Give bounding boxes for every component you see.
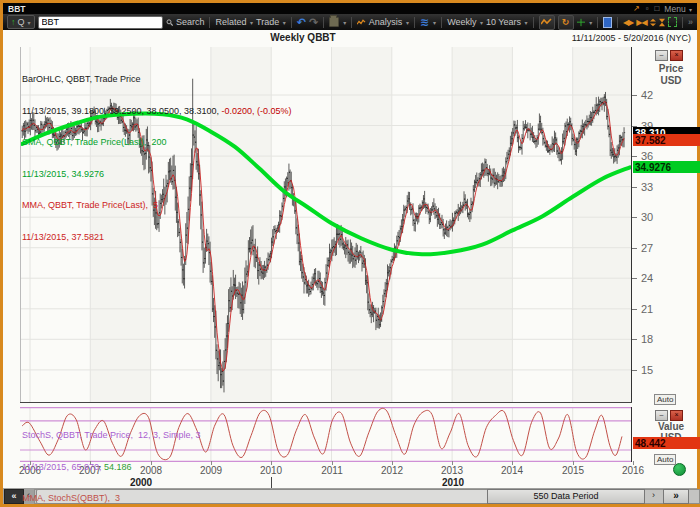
scroll-right-button[interactable]: › [649, 489, 658, 502]
toolbar-separator [351, 17, 352, 28]
annotations-waves-icon[interactable]: ≋ [420, 16, 429, 29]
toolbar-separator [682, 17, 683, 28]
related-dropdown[interactable]: Related ▾ [215, 17, 253, 27]
price-tick-mark [632, 370, 637, 371]
undo-icon[interactable]: ↶ [297, 16, 306, 29]
search-icon [166, 17, 173, 28]
legend-stoch-mma-series: MMA, StochS(QBBT), 3 [22, 493, 201, 504]
caret-down-icon: ▾ [480, 20, 483, 26]
x-axis-year-label: 2016 [613, 465, 653, 476]
minimize-panel-icon[interactable]: – [655, 50, 668, 61]
title-bar: BBT ↗ ▫ □ Menu ▾ [3, 3, 697, 14]
minimize-window-icon[interactable]: ▫ [646, 4, 649, 13]
caret-down-icon: ▾ [525, 20, 528, 26]
decade-divider-tick [271, 477, 272, 488]
price-tick-mark [632, 248, 637, 249]
restore-window-icon[interactable]: □ [655, 4, 660, 13]
analysis-zigzag-icon [357, 18, 366, 27]
x-axis-year-label: 2011 [312, 465, 352, 476]
price-tick-label: 42 [641, 89, 653, 101]
toolbar-separator [533, 17, 534, 28]
toolbar-separator [441, 17, 442, 28]
year-band [452, 47, 512, 403]
legend-net-change: -0.0200, (-0.05%) [219, 106, 292, 116]
zoom-select-icon[interactable] [668, 17, 677, 27]
close-panel-icon[interactable]: × [670, 410, 683, 421]
caret-down-icon: ▾ [689, 7, 692, 13]
price-badge: 37.582 [633, 134, 700, 146]
x-axis-year-label: 2015 [553, 465, 593, 476]
year-band [332, 47, 392, 403]
caret-down-icon: ▾ [28, 19, 31, 26]
expand-horizontal-icon[interactable]: ◀▶ [623, 18, 633, 27]
folder-icon[interactable] [329, 17, 339, 27]
toolbar-separator [617, 17, 618, 28]
news-annotation-icon[interactable] [603, 17, 612, 28]
x-axis-year-label: 2010 [251, 465, 291, 476]
toolbar: ↑ Q ▾ Search Related ▾ Trade ▾ ↶ ↷ ▾ Ana… [3, 14, 697, 30]
caret-down-icon[interactable]: ▾ [433, 19, 436, 26]
legend-stoch-series: StochS, QBBT, Trade Price, 12, 3, Simple… [22, 430, 201, 441]
price-tick-mark [632, 217, 637, 218]
redo-icon[interactable]: ↷ [309, 16, 318, 29]
caret-down-icon: ▾ [406, 20, 409, 26]
price-tick-label: 27 [641, 242, 653, 254]
menu-button[interactable]: Menu ▾ [664, 4, 692, 14]
date-range: 11/11/2005 - 5/20/2016 (NYC) [572, 33, 691, 43]
price-axis-unit: USD [648, 75, 694, 86]
reload-chart-button[interactable]: ↻ [558, 15, 574, 30]
price-tick-label: 24 [641, 272, 653, 284]
minimize-panel-icon[interactable]: – [655, 410, 668, 421]
price-tick-mark [632, 278, 637, 279]
scroll-fast-left-button[interactable]: « [4, 489, 24, 504]
periodicity-dropdown[interactable]: Weekly ▾ [447, 17, 483, 27]
quote-q-label: Q [18, 17, 25, 27]
data-period-button[interactable]: 550 Data Period [487, 489, 645, 504]
crosshair-axis-icon[interactable] [577, 17, 586, 28]
x-axis-year-label: 2014 [492, 465, 532, 476]
price-tick-label: 21 [641, 303, 653, 315]
chart-type-button[interactable] [539, 15, 555, 30]
price-tick-label: 30 [641, 211, 653, 223]
price-axis-auto-button[interactable]: Auto [654, 394, 676, 405]
security-type-group[interactable]: ↑ Q ▾ [7, 15, 35, 29]
line-chart-icon [541, 18, 552, 26]
caret-down-icon[interactable]: ▾ [343, 19, 346, 26]
toolbar-separator [414, 17, 415, 28]
price-panel-window-buttons: – × [655, 50, 683, 61]
caret-down-icon[interactable]: ▾ [589, 19, 592, 26]
analysis-dropdown[interactable]: Analysis ▾ [369, 17, 409, 27]
value-axis-auto-button[interactable]: Auto [654, 454, 676, 465]
range-dropdown[interactable]: 10 Years ▾ [486, 17, 528, 27]
ticker-input[interactable] [38, 16, 163, 29]
toolbar-separator [597, 17, 598, 28]
value-badge: 48.442 [633, 437, 700, 449]
pop-out-icon[interactable]: ↗ [633, 4, 640, 13]
x-axis-year-label: 2013 [432, 465, 472, 476]
scroll-fast-right-button[interactable]: » [663, 489, 689, 504]
price-tick-label: 15 [641, 364, 653, 376]
price-tick-label: 18 [641, 333, 653, 345]
price-axis-title: Price [648, 63, 694, 74]
refresh-icon: ↻ [562, 17, 570, 27]
price-tick-mark [632, 339, 637, 340]
more-tools-chevron-icon[interactable]: » [688, 17, 693, 27]
window-title: BBT [8, 4, 25, 14]
hourglass-icon[interactable] [659, 17, 665, 28]
close-panel-icon[interactable]: × [670, 50, 683, 61]
price-tick-mark [632, 309, 637, 310]
legend-stoch-values: 11/13/2015, 65.970, 54.186 [22, 462, 201, 473]
terminal-frame: BBT ↗ ▫ □ Menu ▾ ↑ Q ▾ Search Related ▾ … [0, 0, 700, 507]
caret-down-icon: ▾ [250, 20, 253, 26]
expand-vertical-icon[interactable] [650, 17, 656, 28]
price-tick-label: 33 [641, 181, 653, 193]
x-axis-year-label: 2012 [372, 465, 412, 476]
search-button[interactable]: Search [176, 17, 205, 27]
compress-horizontal-icon[interactable]: ▶◀ [636, 18, 646, 27]
toolbar-separator [323, 17, 324, 28]
trade-dropdown[interactable]: Trade ▾ [256, 17, 286, 27]
terminal-window: BBT ↗ ▫ □ Menu ▾ ↑ Q ▾ Search Related ▾ … [3, 3, 697, 504]
price-tick-mark [632, 95, 637, 96]
price-tick-mark [632, 187, 637, 188]
x-axis-decade-label: 2010 [423, 477, 483, 488]
